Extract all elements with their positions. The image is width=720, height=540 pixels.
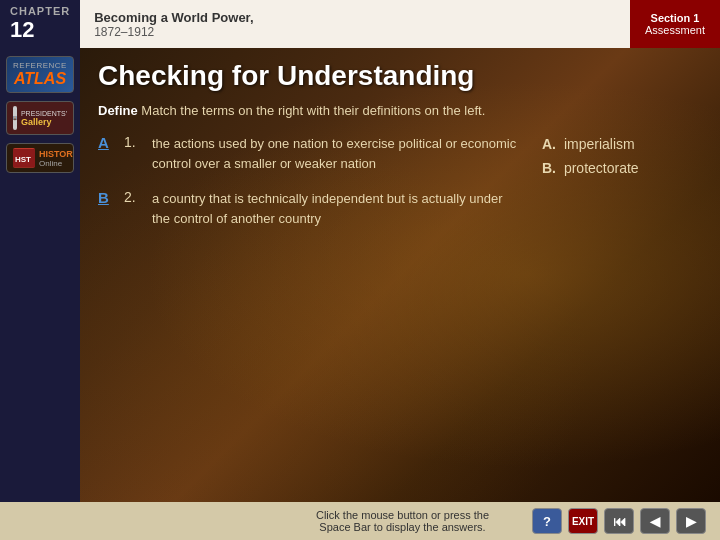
define-text: Match the terms on the right with their … [138,103,486,118]
history-button[interactable]: HST HISTORY Online [6,143,74,173]
section-sub: Assessment [645,24,705,36]
answer-2-letter: B [98,189,116,206]
option-b-text: protectorate [564,160,639,176]
first-button[interactable]: ⏮ [604,508,634,534]
next-button[interactable]: ▶ [676,508,706,534]
questions-left: A 1. the actions used by one nation to e… [98,134,522,502]
exit-button[interactable]: EXIT [568,508,598,534]
section-label: Section 1 [651,12,700,24]
option-a-text: imperialism [564,136,635,152]
book-years: 1872–1912 [94,25,616,39]
history-icon: HST [13,148,35,168]
answer-option-b: B. protectorate [542,160,702,176]
define-label: Define [98,103,138,118]
option-a-letter: A. [542,136,556,152]
presidents-icon [13,106,17,130]
content-overlay: Checking for Understanding Define Match … [80,48,720,502]
bottom-bar: Click the mouse button or press theSpace… [0,502,720,540]
question-2-number: 2. [124,189,144,205]
answer-option-a: A. imperialism [542,136,702,152]
page-heading: Checking for Understanding [98,60,702,92]
online-word: Online [39,159,74,168]
history-word: HISTORY [39,149,74,159]
nav-buttons: ? EXIT ⏮ ◀ ▶ [532,508,706,534]
gallery-button[interactable]: PRESIDENTS' Gallery [6,101,74,135]
section-box: Section 1 Assessment [630,0,720,48]
questions-area: A 1. the actions used by one nation to e… [98,134,702,502]
question-2: B 2. a country that is technically indep… [98,189,522,228]
chapter-number: 12 [10,17,70,43]
title-box: Becoming a World Power, 1872–1912 [80,0,630,48]
define-intro: Define Match the terms on the right with… [98,102,702,120]
sidebar: Reference ATLAS PRESIDENTS' Gallery [0,48,80,502]
top-bar: CHAPTER 12 Becoming a World Power, 1872–… [0,0,720,48]
gallery-text: PRESIDENTS' Gallery [21,110,67,127]
book-title: Becoming a World Power, [94,10,616,25]
prev-button[interactable]: ◀ [640,508,670,534]
svg-point-2 [13,118,16,120]
svg-point-1 [14,116,16,118]
presidents-text: PRESIDENTS' [21,110,67,117]
main-area: Reference ATLAS PRESIDENTS' Gallery [0,48,720,502]
help-button[interactable]: ? [532,508,562,534]
app-container: CHAPTER 12 Becoming a World Power, 1872–… [0,0,720,540]
question-1: A 1. the actions used by one nation to e… [98,134,522,173]
svg-text:HST: HST [15,155,31,164]
content-panel: Checking for Understanding Define Match … [80,48,720,502]
chapter-label: CHAPTER [10,5,70,17]
answers-right: A. imperialism B. protectorate [542,134,702,502]
chapter-box: CHAPTER 12 [0,0,80,48]
atlas-label: ATLAS [11,70,69,88]
question-2-text: a country that is technically independen… [152,189,522,228]
history-text: HISTORY Online [39,149,74,168]
question-1-number: 1. [124,134,144,150]
gallery-word: Gallery [21,117,67,127]
option-b-letter: B. [542,160,556,176]
reference-label: Reference [11,61,69,70]
atlas-button[interactable]: Reference ATLAS [6,56,74,93]
answer-1-letter: A [98,134,116,151]
bottom-instruction: Click the mouse button or press theSpace… [273,509,532,533]
question-1-text: the actions used by one nation to exerci… [152,134,522,173]
